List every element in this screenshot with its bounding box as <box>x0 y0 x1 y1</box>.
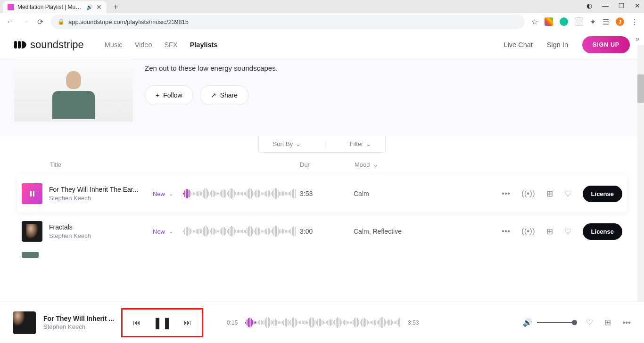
svg-rect-0 <box>14 41 17 49</box>
next-track-icon[interactable]: ⏭ <box>184 318 191 327</box>
heart-icon[interactable]: ♡ <box>564 189 571 199</box>
volume-icon: 🔊 <box>523 318 532 327</box>
track-artist[interactable]: Stephen Keech <box>49 195 153 202</box>
live-chat-link[interactable]: Live Chat <box>504 41 533 49</box>
new-tag[interactable]: New⌄ <box>153 190 183 197</box>
similar-icon[interactable]: ((•)) <box>521 189 535 198</box>
track-title[interactable]: Fractals <box>49 223 153 231</box>
forward-button[interactable]: → <box>21 17 29 26</box>
profile-avatar[interactable]: J <box>616 17 624 26</box>
svg-rect-1 <box>18 41 21 49</box>
nav-playlists[interactable]: Playlists <box>190 41 218 49</box>
track-thumb[interactable] <box>22 221 42 242</box>
more-icon[interactable]: ••• <box>502 189 510 198</box>
back-button[interactable]: ← <box>6 17 14 26</box>
favicon <box>8 4 14 10</box>
bookmark-star-icon[interactable]: ☆ <box>531 17 538 26</box>
col-dur: Dur <box>300 161 355 168</box>
player-title[interactable]: For They Will Inherit ... <box>43 315 121 322</box>
player-artist[interactable]: Stephen Keech <box>43 323 121 330</box>
plus-icon: + <box>156 91 159 99</box>
google-translate-icon[interactable] <box>545 17 553 26</box>
sort-by-dropdown[interactable]: Sort By⌄ <box>273 140 301 147</box>
table-header: Title Dur Mood⌄ <box>0 153 644 175</box>
track-title[interactable]: For They Will Inherit The Ear... <box>49 186 153 193</box>
window-controls: ◐ — ❐ ✕ <box>586 2 641 9</box>
heart-icon[interactable]: ♡ <box>586 318 593 327</box>
address-bar: ← → ⟳ 🔒 app.soundstripe.com/playlists/mu… <box>0 13 644 30</box>
track-artist[interactable]: Stephen Keech <box>49 232 153 239</box>
more-icon[interactable]: ••• <box>502 227 510 236</box>
url-input[interactable]: 🔒 app.soundstripe.com/playlists/music/23… <box>51 15 525 29</box>
browser-menu-icon[interactable]: ⋮ <box>631 17 638 26</box>
follow-button[interactable]: + Follow <box>145 85 193 105</box>
close-window-icon[interactable]: ✕ <box>634 2 641 9</box>
grammarly-icon[interactable] <box>560 17 568 26</box>
track-mood: Calm, Reflective <box>354 228 457 235</box>
nav-links: Music Video SFX Playlists <box>105 41 218 49</box>
nav-video[interactable]: Video <box>135 41 152 49</box>
chevron-down-icon: ⌄ <box>169 229 173 235</box>
tab-title: Meditation Playlist | Music Li <box>17 4 83 10</box>
extension-icons: ☆ ✦ ☰ J ⋮ <box>531 17 638 26</box>
nav-music[interactable]: Music <box>105 41 123 49</box>
logo[interactable]: soundstripe <box>14 39 84 51</box>
heart-icon[interactable]: ♡ <box>564 227 571 237</box>
close-tab-icon[interactable]: ✕ <box>96 4 102 10</box>
next-track-peek <box>22 252 39 258</box>
browser-tab[interactable]: Meditation Playlist | Music Li 🔊 ✕ <box>3 1 107 13</box>
sort-filter-bar: Sort By⌄ | Filter⌄ <box>0 136 644 153</box>
sound-icon[interactable]: 🔊 <box>86 4 93 10</box>
col-mood[interactable]: Mood⌄ <box>355 161 378 168</box>
maximize-icon[interactable]: ❐ <box>618 2 625 9</box>
track-mood: Calm <box>354 190 457 197</box>
prev-track-icon[interactable]: ⏮ <box>133 318 140 327</box>
extension-icon[interactable] <box>575 17 583 26</box>
sign-up-button[interactable]: SIGN UP <box>582 36 630 53</box>
similar-icon[interactable]: ((•)) <box>521 227 535 236</box>
license-button[interactable]: License <box>583 223 622 240</box>
pause-icon <box>30 191 34 196</box>
browser-chrome: Meditation Playlist | Music Li 🔊 ✕ + ◐ —… <box>0 0 644 30</box>
chevron-overflow-icon[interactable]: » <box>636 35 639 42</box>
share-button[interactable]: ↗ Share <box>200 85 248 105</box>
pause-icon[interactable]: ❚❚ <box>153 316 172 329</box>
nav-sfx[interactable]: SFX <box>164 41 177 49</box>
tab-bar: Meditation Playlist | Music Li 🔊 ✕ + <box>0 0 644 13</box>
track-list: For They Will Inherit The Ear... Stephen… <box>0 175 644 258</box>
add-to-playlist-icon[interactable]: ⊞ <box>604 318 611 327</box>
track-row[interactable]: Fractals Stephen Keech New⌄ 3:00 Calm, R… <box>17 212 627 250</box>
elapsed-time: 0:15 <box>227 319 238 326</box>
more-icon[interactable]: ••• <box>622 318 631 327</box>
track-row[interactable]: For They Will Inherit The Ear... Stephen… <box>17 175 627 212</box>
extensions-puzzle-icon[interactable]: ✦ <box>590 17 596 26</box>
follow-label: Follow <box>163 91 182 99</box>
player-controls-highlight: ⏮ ❚❚ ⏭ <box>121 308 203 337</box>
track-duration: 3:53 <box>300 190 354 197</box>
player-waveform[interactable] <box>245 316 400 330</box>
player-bar: For They Will Inherit ... Stephen Keech … <box>0 302 644 343</box>
volume-slider[interactable] <box>537 322 575 323</box>
reading-list-icon[interactable]: ☰ <box>603 17 609 26</box>
track-thumb-playing[interactable] <box>22 183 42 204</box>
waveform[interactable] <box>183 188 296 200</box>
minimize-icon[interactable]: — <box>602 2 609 9</box>
scrollbar-thumb[interactable] <box>637 74 644 103</box>
filter-dropdown[interactable]: Filter⌄ <box>350 140 372 147</box>
url-text: app.soundstripe.com/playlists/music/2398… <box>68 18 189 25</box>
waveform[interactable] <box>183 225 296 237</box>
new-tab-button[interactable]: + <box>113 2 118 12</box>
new-tag[interactable]: New⌄ <box>153 228 183 235</box>
chevron-down-icon: ⌄ <box>366 140 371 147</box>
add-to-playlist-icon[interactable]: ⊞ <box>546 227 553 237</box>
license-button[interactable]: License <box>583 186 622 202</box>
logo-text: soundstripe <box>30 39 84 51</box>
reload-button[interactable]: ⟳ <box>36 17 44 26</box>
sign-in-link[interactable]: Sign In <box>547 41 568 49</box>
add-to-playlist-icon[interactable]: ⊞ <box>546 189 553 199</box>
volume-control[interactable]: 🔊 <box>523 318 575 327</box>
idm-icon[interactable]: ◐ <box>586 2 593 9</box>
track-duration: 3:00 <box>300 228 354 235</box>
player-thumb[interactable] <box>13 311 36 334</box>
col-title: Title <box>22 161 300 168</box>
